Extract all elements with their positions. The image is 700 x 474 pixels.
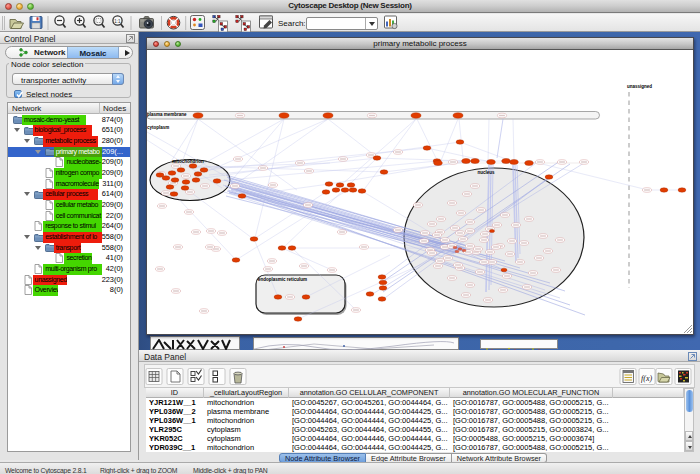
svg-text:f(x): f(x) [641, 374, 652, 383]
svg-text:endoplasmic reticulum: endoplasmic reticulum [258, 277, 307, 282]
svg-text:1:1: 1:1 [114, 19, 121, 24]
svg-text:nucleus: nucleus [477, 170, 495, 175]
svg-text:Search:: Search: [278, 19, 306, 28]
svg-text:mitochondrion: mitochondrion [172, 159, 204, 164]
svg-text:cytoplasm: cytoplasm [147, 125, 169, 130]
svg-text:plasma membrane: plasma membrane [147, 112, 187, 117]
svg-text:unassigned: unassigned [627, 84, 652, 89]
